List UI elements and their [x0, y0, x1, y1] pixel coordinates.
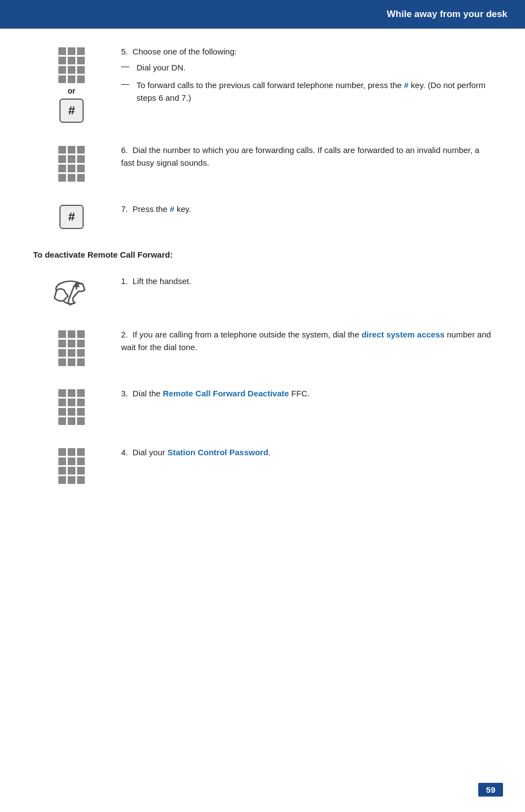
deact-step-4-icon-col	[33, 446, 110, 484]
rcf-deactivate-link: Remote Call Forward Deactivate	[163, 389, 289, 398]
step-5-subitems: — Dial your DN. — To forward calls to th…	[121, 61, 492, 104]
hash-highlight-step7: #	[169, 204, 174, 214]
deact-step-2-text: 2. If you are calling from a telephone o…	[121, 328, 492, 354]
section2-heading: To deactivate Remote Call Forward:	[33, 250, 492, 259]
page-title: While away from your desk	[387, 9, 507, 20]
step-7-icon-col: #	[33, 203, 110, 229]
header-bar: While away from your desk	[0, 0, 525, 29]
keypad-icon-deact-step3	[58, 389, 85, 425]
deact-step-1-text: 1. Lift the handset.	[121, 275, 492, 287]
or-label: or	[68, 86, 75, 95]
keypad-icon-deact-step2	[58, 330, 85, 366]
deact-step-2-icon-col	[33, 328, 110, 366]
deact-step-4-text-col: 4. Dial your Station Control Password.	[110, 446, 492, 459]
deact-step-3-text-col: 3. Dial the Remote Call Forward Deactiva…	[110, 387, 492, 400]
step-6-row: 6. Dial the number to which you are forw…	[33, 144, 492, 182]
deact-step-1-icon-col	[33, 275, 110, 307]
deact-step-1-row: 1. Lift the handset.	[33, 275, 492, 307]
step-7-text: 7. Press the # key.	[121, 203, 492, 215]
keypad-icon-step6	[58, 146, 85, 182]
step-6-text-col: 6. Dial the number to which you are forw…	[110, 144, 492, 170]
deact-step-2-text-col: 2. If you are calling from a telephone o…	[110, 328, 492, 354]
step-6-text: 6. Dial the number to which you are forw…	[121, 144, 492, 170]
hash-key-step7: #	[59, 205, 84, 229]
page-number: 59	[478, 783, 503, 797]
deact-step-3-icon-col	[33, 387, 110, 425]
step-5-text-col: 5. Choose one of the following: — Dial y…	[110, 45, 492, 108]
hash-key-step5: #	[59, 99, 84, 123]
step-5-row: or # 5. Choose one of the following: — D…	[33, 45, 492, 123]
scp-link: Station Control Password	[167, 448, 268, 457]
deact-step-3-text: 3. Dial the Remote Call Forward Deactiva…	[121, 387, 492, 400]
step-6-icon-col	[33, 144, 110, 182]
deact-step-1-text-col: 1. Lift the handset.	[110, 275, 492, 287]
deact-step-4-text: 4. Dial your Station Control Password.	[121, 446, 492, 459]
sub-item-2: — To forward calls to the previous call …	[121, 79, 492, 105]
direct-system-access-link: direct system access	[362, 330, 445, 339]
handset-icon	[50, 277, 94, 307]
step-7-text-col: 7. Press the # key.	[110, 203, 492, 215]
step-5-icon-col: or #	[33, 45, 110, 123]
keypad-icon-step5	[58, 47, 85, 83]
main-content: or # 5. Choose one of the following: — D…	[0, 29, 525, 538]
keypad-icon-deact-step4	[58, 448, 85, 484]
step-5-intro: 5. Choose one of the following:	[121, 45, 492, 58]
deact-step-3-row: 3. Dial the Remote Call Forward Deactiva…	[33, 387, 492, 425]
step-7-row: # 7. Press the # key.	[33, 203, 492, 229]
deact-step-4-row: 4. Dial your Station Control Password.	[33, 446, 492, 484]
hash-highlight-step5: #	[404, 80, 408, 90]
deact-step-2-row: 2. If you are calling from a telephone o…	[33, 328, 492, 366]
sub-item-1: — Dial your DN.	[121, 61, 492, 74]
